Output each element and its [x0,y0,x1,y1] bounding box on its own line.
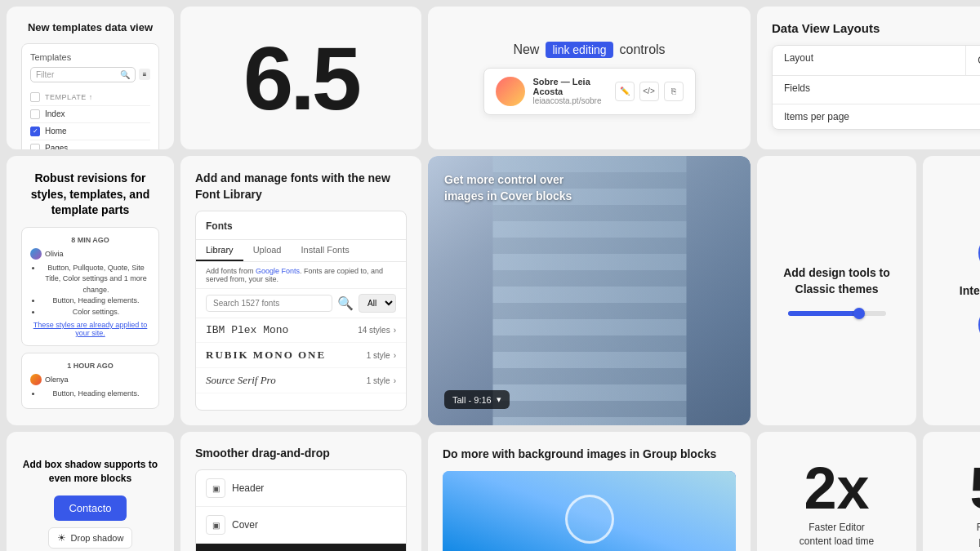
template-row-pages: Pages [30,140,150,149]
link-badge: link editing [546,42,612,58]
layouts-top-row: Layout Grid › Table [773,46,980,76]
font-styles-source: 1 style › [367,376,396,385]
slider-thumb[interactable] [853,308,865,319]
drag-item-cover: ▣ Cover [196,507,406,544]
drag-item-label-header: Header [232,482,264,494]
layout-option[interactable]: Layout [773,46,966,75]
two-x-label: Faster Editorcontent load time [800,521,874,549]
contacto-button[interactable]: Contacto [54,495,126,521]
sun-icon: ☀ [57,532,66,544]
font-tabs: Library Upload Install Fonts [196,240,406,262]
cover-dropdown[interactable]: Tall - 9:16 ▾ [444,390,510,409]
link-card: Sobre — Leia Acosta leiaacosta.pt/sobre … [483,68,696,115]
font-styles-ibm: 14 styles › [358,326,396,335]
tab-upload[interactable]: Upload [243,240,292,261]
layouts-menu: Layout Grid › Table Fields Grid [772,45,980,130]
filter-icon[interactable]: ≡ [139,69,150,80]
revision-time-1: 8 MIN AGO [30,236,150,244]
two-x-number: 2x [804,459,869,518]
font-search-input[interactable] [206,295,332,312]
template-row-home: Home [30,123,150,140]
font-panel: Fonts Library Upload Install Fonts Add f… [195,211,407,411]
font-filter-select[interactable]: All [359,294,396,313]
card-font-library: Add and manage fonts with the new Font L… [180,156,421,425]
revision-items-2: Button, Heading elements. [30,389,150,400]
slider-container[interactable] [788,311,886,316]
items-per-page-option[interactable]: Items per page [773,104,980,129]
cover-block-icon: ▣ [206,515,225,535]
drop-shadow-option[interactable]: ☀ Drop shadow [48,527,133,549]
link-actions: ✏️ </> ⎘ [615,82,684,101]
revision-avatar-2 [30,374,42,385]
checkbox-index[interactable] [30,109,40,119]
templates-inner: Templates Filter 🔍 ≡ TEMPLATE ↑ Index Ho… [21,43,159,149]
search-icon-fonts: 🔍 [337,295,354,311]
drag-item-gallery[interactable]: ▣ Gallery ▣ ⋮⋮ [196,544,406,551]
card-version: 6.5 [180,7,421,149]
dragdrop-title: Smoother drag-and-drop [195,447,407,460]
template-name-pages: Pages [45,144,68,149]
font-name-ibm: IBM Plex Mono [206,324,288,336]
font-row-ibm: IBM Plex Mono 14 styles › [196,318,406,343]
revision-box-2: 1 HOUR AGO Olenya Button, Heading elemen… [21,353,159,409]
font-panel-header: Fonts [196,211,406,240]
font-name-source: Source Serif Pro [206,374,276,387]
drag-list: ▣ Header ▣ Cover ▣ Gallery ▣ ⋮⋮ [195,469,407,551]
link-prefix: New [513,42,539,57]
card-robust-revisions: Robust revisions for styles, templates, … [7,156,174,425]
revision-item: Color settings. [42,307,150,318]
link-copy-btn[interactable]: ⎘ [664,82,684,101]
revision-item: Button, Pullquote, Quote, Site Title, Co… [42,263,150,296]
group-title: Do more with background images in Group … [443,447,736,463]
fields-row: Fields Grid [773,76,980,104]
card-design-tools: Add design tools to Classic themes [757,156,916,425]
link-name: Sobre — Leia Acosta [533,77,607,96]
revision-item: Button, Heading elements. [42,295,150,307]
checkbox-home[interactable] [30,127,40,136]
template-checkbox-header[interactable] [30,92,40,102]
filter-placeholder: Filter [36,70,54,79]
link-info: Sobre — Leia Acosta leiaacosta.pt/sobre [533,77,607,105]
drag-item-label-cover: Cover [232,519,258,531]
card-data-view-layouts: Data View Layouts Layout Grid › Table Fi… [757,7,980,149]
template-col-label: TEMPLATE ↑ [45,93,93,101]
checkbox-pages[interactable] [30,144,40,149]
revision-author-1: Olivia [30,248,150,260]
template-name-home: Home [45,127,67,136]
search-icon: 🔍 [120,70,130,79]
table-option-row: Grid › Table [966,46,980,75]
font-row-rubik: RUBIK MONO ONE 1 style › [196,343,406,368]
template-header-row: TEMPLATE ↑ [30,89,150,106]
link-edit-btn[interactable]: ✏️ [615,82,635,101]
header-block-icon: ▣ [206,478,225,498]
cover-text-overlay: Get more control overimages in Cover blo… [444,172,572,204]
five-x-number: 5x [969,459,980,518]
fields-option[interactable]: Fields [773,76,980,104]
font-panel-title: Fonts [206,220,233,232]
tab-install-fonts[interactable]: Install Fonts [291,240,359,261]
font-note: Add fonts from Google Fonts. Fonts are c… [196,262,406,289]
template-name-index: Index [45,109,65,118]
filter-row: Filter 🔍 ≡ [30,67,150,82]
group-image [443,471,736,551]
group-circle-overlay [565,495,614,544]
tab-library[interactable]: Library [196,240,243,261]
google-fonts-link[interactable]: Google Fonts [256,267,300,275]
revision-time-2: 1 HOUR AGO [30,362,150,370]
card-5x: 5x Faster inputprocessing [923,432,980,551]
cover-title: Get more control overimages in Cover blo… [444,172,572,204]
slider-fill [788,311,857,316]
items-per-page-row: Items per page › [773,104,980,129]
card-2x: 2x Faster Editorcontent load time [757,432,916,551]
font-styles-rubik: 1 style › [367,351,396,360]
revision-avatar-1 [30,248,42,260]
templates-title: New templates data view [21,21,159,35]
chevron-down-icon: ▾ [497,394,501,405]
link-suffix: controls [620,42,666,57]
font-row-source: Source Serif Pro 1 style › [196,368,406,393]
filter-input[interactable]: Filter 🔍 [30,67,136,82]
link-code-btn[interactable]: </> [639,82,659,101]
revision-item: Button, Heading elements. [42,389,150,400]
link-title-row: New link editing controls [513,42,665,58]
revision-box-1: 8 MIN AGO Olivia Button, Pullquote, Quot… [21,227,159,347]
